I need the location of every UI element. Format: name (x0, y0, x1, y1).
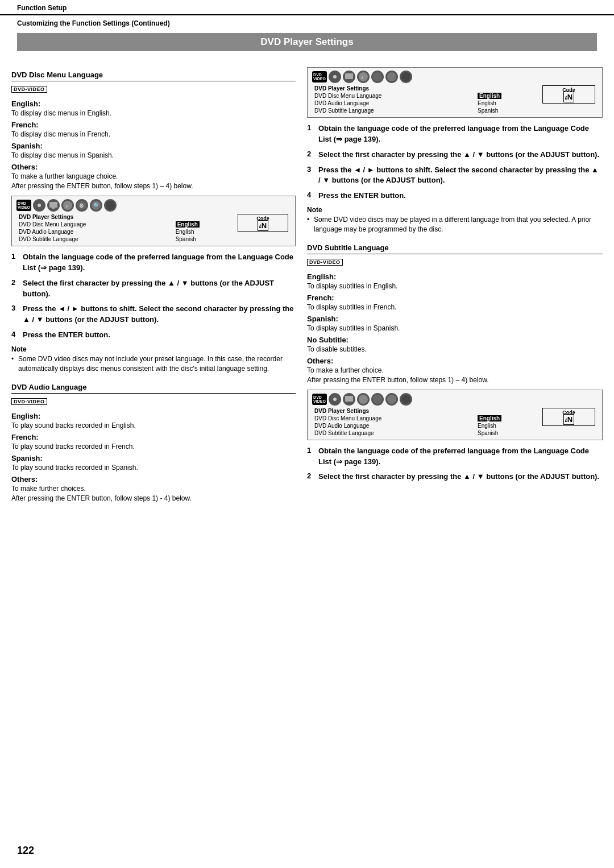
subheader: Customizing the Function Settings (Conti… (0, 15, 614, 33)
step-4-right-top: 4 Press the ENTER button. (307, 191, 603, 201)
step-3-left: 3 Press the ◄ / ► buttons to shift. Sele… (11, 304, 296, 325)
header-title: Function Setup (17, 4, 67, 12)
header: Function Setup (0, 0, 614, 15)
audio-others-text2: After pressing the ENTER button, follow … (11, 494, 296, 502)
audio-french-label: French: (11, 433, 296, 441)
svg-rect-21 (345, 396, 353, 402)
svg-point-12 (333, 75, 337, 78)
note-left-label: Note (11, 345, 296, 353)
ss-title-left-1: DVD Player Settings (16, 213, 235, 221)
page: Function Setup Customizing the Function … (0, 0, 614, 868)
step-1-right-bottom-text: Obtain the language code of the preferre… (318, 446, 603, 468)
ss-row3-label-right-top: DVD Subtitle Language (312, 107, 475, 114)
step-1-left-text: Obtain the language code of the preferre… (23, 252, 296, 274)
audio-others-label: Others: (11, 475, 296, 483)
dvd-icon: DVDVIDEO (16, 200, 31, 211)
ss-row1-label-right-top: DVD Disc Menu Language (312, 92, 475, 100)
disc-menu-spanish-label: Spanish: (11, 142, 296, 150)
screenshot-content-left-1: DVDVIDEO ♪ ⚙ (16, 199, 291, 243)
svg-point-23 (373, 395, 382, 404)
step-2-left-text: Select the first character by pressing t… (23, 278, 296, 300)
step-3-left-text: Press the ◄ / ► buttons to shift. Select… (23, 304, 296, 325)
tools-icon: ⚙ (76, 199, 88, 212)
svg-text:🔍: 🔍 (93, 202, 101, 209)
search-icon-ss: 🔍 (90, 199, 102, 212)
screenshot-box-right-top: DVDVIDEO ♪ (307, 67, 603, 118)
ss-row3-label-left-1: DVD Subtitle Language (16, 235, 173, 243)
svg-point-18 (401, 72, 410, 81)
step-3-right-top-text: Press the ◄ / ► buttons to shift. Select… (318, 165, 603, 187)
music-icon-rt: ♪ (357, 71, 370, 83)
tools-icon-rt (371, 71, 384, 83)
subtitle-others-label: Others: (307, 357, 603, 365)
audio-english-text: To play sound tracks recorded in English… (11, 421, 296, 429)
dvd-badge-disc-menu: DVD-VIDEO (11, 86, 47, 93)
audio-lang-title: DVD Audio Language (11, 383, 296, 394)
ss-row1-label-left-1: DVD Disc Menu Language (16, 221, 173, 228)
screenshot-box-left-1: DVDVIDEO ♪ ⚙ (11, 196, 296, 246)
screenshot-content-right-top: DVDVIDEO ♪ (312, 71, 598, 114)
right-column: DVDVIDEO ♪ (307, 61, 603, 504)
screenshot-table-right-top: DVD Player Settings Code 𝜄N (312, 85, 598, 114)
subtitle-nosub-label: No Subtitle: (307, 336, 603, 344)
disc-menu-others-label: Others: (11, 163, 296, 171)
code-box-right-top: Code 𝜄N (542, 85, 595, 104)
svg-point-17 (387, 72, 396, 81)
code-box-left-1: Code 𝜄N (238, 214, 288, 232)
search-icon-rt (385, 71, 398, 83)
step-2-right-top: 2 Select the first character by pressing… (307, 150, 603, 160)
disc-menu-others-text2: After pressing the ENTER button, follow … (11, 182, 296, 190)
svg-point-25 (401, 395, 410, 404)
disc-icon (33, 199, 45, 212)
disc-icon-rb (329, 393, 341, 406)
music-icon-rb (357, 393, 370, 406)
step-1-left: 1 Obtain the language code of the prefer… (11, 252, 296, 274)
step-2-left: 2 Select the first character by pressing… (11, 278, 296, 300)
disc-menu-title: DVD Disc Menu Language (11, 71, 296, 81)
svg-text:♪: ♪ (361, 75, 364, 80)
disc-menu-section: DVD Disc Menu Language DVD-VIDEO English… (11, 71, 296, 190)
ss-title-right-bottom: DVD Player Settings (312, 407, 540, 415)
code-box-right-bottom: Code 𝜄N (542, 408, 595, 426)
step-3-right-top: 3 Press the ◄ / ► buttons to shift. Sele… (307, 165, 603, 187)
step-4-right-top-text: Press the ENTER button. (318, 191, 406, 201)
svg-rect-3 (52, 208, 55, 209)
svg-point-20 (333, 398, 337, 401)
screenshot-box-right-bottom: DVDVIDEO (307, 390, 603, 440)
two-col-layout: DVD Disc Menu Language DVD-VIDEO English… (0, 61, 614, 504)
note-right-top: Note Some DVD video discs may be played … (307, 206, 603, 234)
main-title: DVD Player Settings (260, 36, 353, 47)
svg-rect-2 (49, 202, 57, 208)
tools-icon-rb (371, 393, 384, 406)
ss-row2-val-left-1: English (173, 228, 235, 235)
subtitle-spanish-text: To display subtitles in Spanish. (307, 324, 603, 332)
dvd2-icon-rt (400, 71, 412, 83)
page-number: 122 (17, 845, 34, 857)
step-4-left-text: Press the ENTER button. (23, 330, 110, 341)
code-val-right-top: 𝜄N (546, 93, 591, 102)
step-2-right-top-text: Select the first character by pressing t… (318, 150, 599, 160)
ss-row1-label-right-bottom: DVD Disc Menu Language (312, 415, 475, 422)
svg-text:♪: ♪ (65, 203, 68, 209)
dvd-icon-rt: DVDVIDEO (312, 71, 327, 82)
step-1-right-top-text: Obtain the language code of the preferre… (318, 123, 603, 145)
disc-menu-others-text1: To make a further language choice. (11, 172, 296, 180)
disc-menu-spanish-text: To display disc menus in Spanish. (11, 151, 296, 159)
step-1-right-top: 1 Obtain the language code of the prefer… (307, 123, 603, 145)
dvd2-icon-rb (400, 393, 412, 406)
svg-point-1 (38, 204, 41, 207)
ss-row2-val-right-top: English (475, 100, 540, 107)
ss-row3-val-right-bottom: Spanish (475, 429, 540, 437)
dvd-badge-audio: DVD-VIDEO (11, 398, 47, 405)
ss-row2-label-left-1: DVD Audio Language (16, 228, 173, 235)
disc-menu-french-text: To display disc menus in French. (11, 130, 296, 138)
screenshot-icons-right-top: DVDVIDEO ♪ (312, 71, 598, 83)
disc-icon-rt (329, 71, 341, 83)
audio-spanish-text: To play sound tracks recorded in Spanish… (11, 464, 296, 472)
svg-point-10 (106, 201, 115, 210)
monitor-icon-rb (343, 393, 355, 406)
screenshot-icons-right-bottom: DVDVIDEO (312, 393, 598, 406)
note-left: Note Some DVD video discs may not includ… (11, 345, 296, 374)
left-column: DVD Disc Menu Language DVD-VIDEO English… (11, 61, 296, 504)
main-title-box: DVD Player Settings (17, 33, 597, 51)
